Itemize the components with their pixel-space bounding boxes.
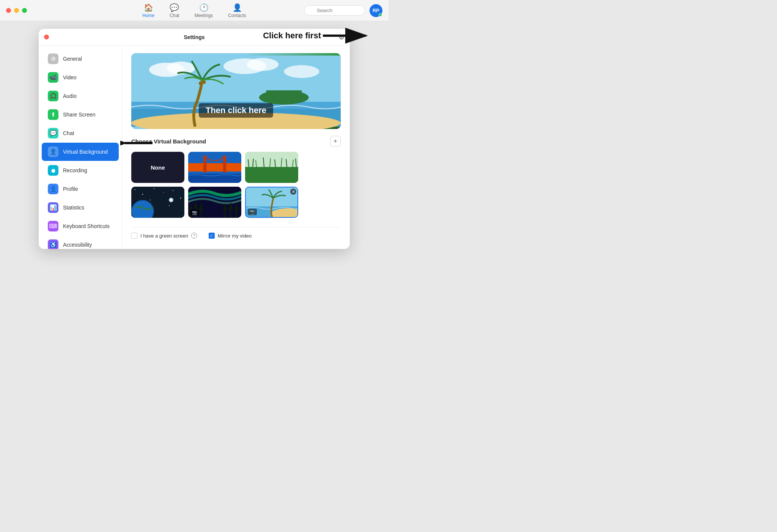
- svg-point-46: [170, 199, 172, 201]
- svg-point-6: [247, 58, 278, 71]
- statistics-icon: 📊: [48, 202, 58, 213]
- sidebar-item-statistics[interactable]: 📊 Statistics: [42, 198, 119, 217]
- green-screen-label: I have a green screen: [140, 233, 188, 239]
- tab-contacts-label: Contacts: [228, 13, 246, 18]
- bottom-options: I have a green screen ? ✓ Mirror my vide…: [131, 227, 341, 239]
- beach-preview-svg: [131, 53, 341, 129]
- sidebar-item-profile[interactable]: 👤 Profile: [42, 180, 119, 198]
- chat-sidebar-icon: 💬: [48, 128, 58, 139]
- gear-settings-icon[interactable]: ⚙: [338, 33, 344, 41]
- beach-remove-btn[interactable]: ✕: [290, 189, 296, 195]
- sidebar-item-chat[interactable]: 💬 Chat: [42, 124, 119, 142]
- svg-point-42: [169, 205, 170, 206]
- svg-point-13: [199, 82, 202, 85]
- profile-icon: 👤: [48, 184, 58, 194]
- sidebar-item-accessibility[interactable]: ♿ Accessibility: [42, 236, 119, 249]
- mirror-video-label: Mirror my video: [218, 233, 252, 239]
- settings-title: Settings: [184, 34, 204, 40]
- settings-window: Settings ⚙ ⚙ General 📹 Video 🎧 Audio: [39, 29, 350, 249]
- svg-point-38: [173, 190, 173, 191]
- accessibility-icon: ♿: [48, 239, 58, 249]
- sidebar-item-video[interactable]: 📹 Video: [42, 68, 119, 87]
- bg-gate-thumb[interactable]: [188, 152, 241, 183]
- general-icon: ⚙: [48, 54, 58, 64]
- svg-point-34: [135, 189, 135, 190]
- settings-close-btn[interactable]: [44, 35, 49, 39]
- home-icon: 🏠: [144, 3, 153, 12]
- main-content: Click here first Settings ⚙ ⚙ General: [0, 21, 388, 266]
- sidebar-label-general: General: [63, 56, 82, 62]
- bg-grass-thumb[interactable]: [245, 152, 298, 183]
- sidebar-label-recording: Recording: [63, 167, 87, 173]
- avatar[interactable]: RP: [370, 4, 382, 17]
- sidebar: ⚙ General 📹 Video 🎧 Audio ⬆ Share Screen…: [39, 46, 122, 249]
- green-screen-help-icon[interactable]: ?: [191, 233, 197, 239]
- top-bar: 🏠 Home 💬 Chat 🕐 Meetings 👤 Contacts 🔍 RP: [0, 0, 388, 21]
- sidebar-label-keyboard-shortcuts: Keyboard Shortcuts: [63, 223, 110, 229]
- bg-none-label: None: [151, 164, 165, 171]
- bg-beach-thumb[interactable]: 📷 ✕: [245, 187, 298, 218]
- gate-preview-svg: [188, 152, 241, 183]
- sidebar-label-audio: Audio: [63, 93, 77, 99]
- close-window-btn[interactable]: [6, 8, 11, 13]
- green-screen-group: I have a green screen ?: [131, 233, 197, 239]
- bg-aurora-thumb[interactable]: 📷: [188, 187, 241, 218]
- window-controls: [6, 8, 27, 13]
- green-screen-checkbox[interactable]: [131, 233, 137, 239]
- video-icon: 📹: [48, 72, 58, 83]
- svg-point-14: [202, 80, 206, 84]
- keyboard-icon: ⌨: [48, 221, 58, 231]
- space-preview-svg: [131, 187, 184, 218]
- tab-meetings[interactable]: 🕐 Meetings: [195, 3, 213, 18]
- tab-chat-label: Chat: [170, 13, 179, 18]
- recording-icon: ⏺: [48, 165, 58, 176]
- sidebar-item-recording[interactable]: ⏺ Recording: [42, 161, 119, 179]
- svg-point-39: [180, 198, 181, 198]
- nav-tabs: 🏠 Home 💬 Chat 🕐 Meetings 👤 Contacts: [142, 3, 246, 18]
- then-click-here-label: Then click here: [199, 103, 273, 118]
- add-background-btn[interactable]: +: [330, 136, 341, 146]
- meetings-icon: 🕐: [199, 3, 209, 12]
- svg-point-36: [154, 188, 154, 189]
- maximize-window-btn[interactable]: [22, 8, 27, 13]
- settings-titlebar: Settings ⚙: [39, 29, 350, 46]
- contacts-icon: 👤: [233, 3, 242, 12]
- audio-icon: 🎧: [48, 91, 58, 101]
- avatar-initials: RP: [373, 8, 379, 13]
- svg-rect-18: [203, 156, 206, 173]
- online-status-dot: [379, 13, 382, 17]
- bg-none-thumb[interactable]: None: [131, 152, 184, 183]
- sidebar-label-accessibility: Accessibility: [63, 242, 92, 248]
- beach-cam-icon: 📷: [248, 209, 257, 215]
- tab-chat[interactable]: 💬 Chat: [170, 3, 179, 18]
- section-title: Choose Virtual Background: [131, 138, 206, 145]
- chat-nav-icon: 💬: [170, 3, 179, 12]
- sidebar-label-virtual-background: Virtual Background: [63, 149, 108, 155]
- sidebar-label-statistics: Statistics: [63, 205, 84, 211]
- sidebar-item-keyboard-shortcuts[interactable]: ⌨ Keyboard Shortcuts: [42, 217, 119, 235]
- svg-rect-12: [266, 90, 302, 98]
- mirror-video-checkbox[interactable]: ✓: [209, 233, 215, 239]
- tab-contacts[interactable]: 👤 Contacts: [228, 3, 246, 18]
- svg-rect-22: [245, 167, 298, 183]
- sidebar-label-video: Video: [63, 74, 77, 80]
- sidebar-item-virtual-background[interactable]: 👤 Virtual Background: [42, 143, 119, 161]
- sidebar-label-profile: Profile: [63, 186, 78, 192]
- tab-meetings-label: Meetings: [195, 13, 213, 18]
- tab-home[interactable]: 🏠 Home: [142, 3, 154, 18]
- minimize-window-btn[interactable]: [14, 8, 19, 13]
- svg-point-35: [142, 194, 143, 195]
- svg-rect-19: [223, 156, 226, 173]
- share-screen-icon: ⬆: [48, 109, 58, 120]
- tab-home-label: Home: [142, 13, 154, 18]
- bg-space-thumb[interactable]: [131, 187, 184, 218]
- search-input[interactable]: [304, 5, 365, 16]
- svg-point-7: [284, 65, 319, 78]
- svg-rect-17: [188, 163, 241, 172]
- sidebar-item-general[interactable]: ⚙ General: [42, 50, 119, 68]
- sidebar-item-audio[interactable]: 🎧 Audio: [42, 87, 119, 105]
- sidebar-label-share-screen: Share Screen: [63, 112, 96, 118]
- sidebar-item-share-screen[interactable]: ⬆ Share Screen: [42, 105, 119, 124]
- virtual-bg-icon: 👤: [48, 146, 58, 157]
- search-wrapper: 🔍: [304, 5, 365, 16]
